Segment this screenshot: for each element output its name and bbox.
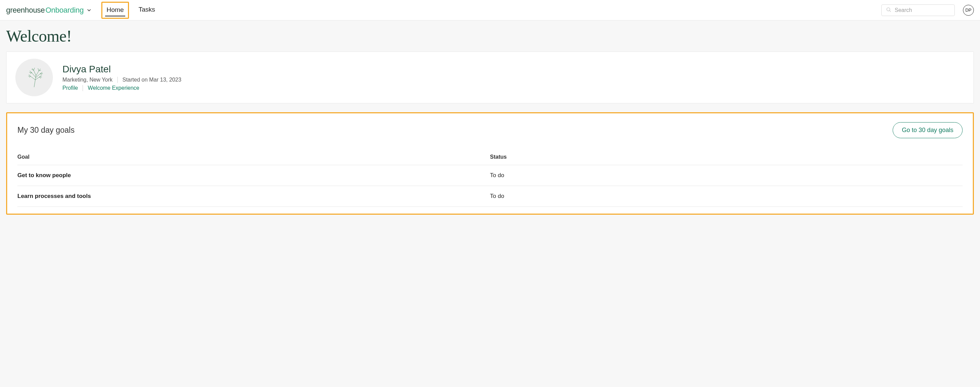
profile-name: Divya Patel [62, 64, 181, 75]
goals-title: My 30 day goals [18, 126, 75, 135]
page-title: Welcome! [6, 27, 974, 45]
welcome-experience-link[interactable]: Welcome Experience [88, 85, 139, 91]
table-row[interactable]: Get to know people To do [18, 165, 963, 186]
main-nav: Home Tasks [101, 2, 156, 19]
separator [83, 85, 83, 91]
profile-link[interactable]: Profile [62, 85, 78, 91]
avatar-initials: DP [965, 8, 972, 13]
goal-name: Learn processes and tools [18, 186, 490, 207]
highlight-annotation: Home [101, 2, 129, 19]
profile-card: Divya Patel Marketing, New York Started … [6, 51, 974, 104]
goals-header: My 30 day goals Go to 30 day goals [18, 122, 963, 138]
profile-info: Divya Patel Marketing, New York Started … [62, 64, 181, 91]
nav-home[interactable]: Home [105, 4, 125, 16]
profile-dept-location: Marketing, New York [62, 77, 113, 83]
col-header-goal: Goal [18, 151, 490, 165]
goal-name: Get to know people [18, 165, 490, 186]
chevron-down-icon [86, 8, 92, 13]
svg-line-1 [889, 11, 891, 11]
brand-text-onboarding: Onboarding [45, 6, 84, 15]
svg-point-0 [887, 8, 890, 11]
goals-card: My 30 day goals Go to 30 day goals Goal … [6, 112, 974, 215]
go-to-goals-button[interactable]: Go to 30 day goals [892, 122, 963, 138]
brand-text-greenhouse: greenhouse [6, 6, 45, 15]
col-header-status: Status [490, 151, 963, 165]
user-avatar[interactable]: DP [963, 5, 974, 16]
goals-table: Goal Status Get to know people To do Lea… [18, 151, 963, 207]
search-icon [886, 7, 895, 14]
topbar: greenhouse Onboarding Home Tasks DP [0, 0, 980, 21]
profile-meta: Marketing, New York Started on Mar 13, 2… [62, 77, 181, 83]
goal-status: To do [490, 165, 963, 186]
plant-icon [22, 65, 46, 89]
nav-tasks[interactable]: Tasks [137, 4, 157, 17]
page-body: Welcome! Divya Patel [0, 21, 980, 221]
goal-status: To do [490, 186, 963, 207]
profile-start-date: Started on Mar 13, 2023 [123, 77, 181, 83]
profile-links: Profile Welcome Experience [62, 85, 181, 91]
table-row[interactable]: Learn processes and tools To do [18, 186, 963, 207]
brand-switcher[interactable]: greenhouse Onboarding [6, 6, 92, 15]
search-box[interactable] [881, 5, 955, 16]
search-input[interactable] [895, 7, 950, 13]
profile-avatar [15, 59, 53, 96]
